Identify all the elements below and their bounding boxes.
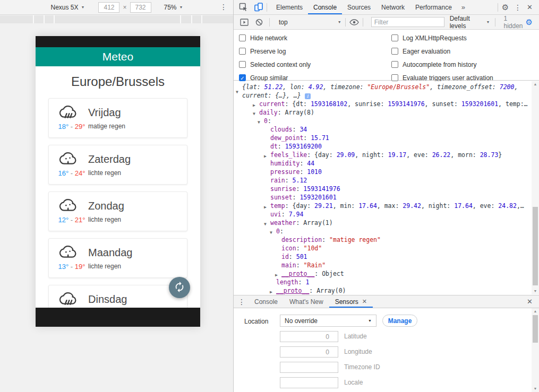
media-query-segment[interactable]	[55, 15, 180, 23]
console-settings-gear-icon[interactable]: ⚙	[526, 18, 533, 27]
media-query-segment[interactable]	[0, 15, 33, 23]
tab-sources[interactable]: Sources	[342, 1, 376, 14]
max-temperature: 24°	[75, 169, 85, 177]
console-log-row[interactable]: ▼0:	[234, 227, 532, 236]
execution-context-select[interactable]: top ▼	[279, 19, 341, 26]
console-setting-preserve-log[interactable]: Preserve log	[239, 45, 311, 58]
log-levels-select[interactable]: Default levels ▼	[450, 15, 490, 30]
forecast-card-zondag[interactable]: 12° - 21°Zondaglichte regen	[48, 191, 187, 231]
media-query-segment[interactable]	[192, 15, 201, 23]
console-log-row[interactable]: length: 1	[234, 278, 532, 286]
devtools-menu-icon[interactable]: ⋮	[514, 3, 521, 12]
console-log-row[interactable]: dew_point: 15.71	[234, 134, 532, 142]
device-select[interactable]: Nexus 5X ▼	[51, 4, 85, 11]
device-width-input[interactable]	[98, 2, 119, 13]
scrollbar-thumb[interactable]	[533, 207, 538, 285]
console-filter-input[interactable]	[371, 17, 444, 27]
log-token: 19.17	[388, 151, 407, 159]
console-log-row[interactable]: ▶temp: {day: 29.21, min: 17.64, max: 29.…	[234, 202, 532, 210]
console-log-row[interactable]: description: "matige regen"	[234, 236, 532, 244]
temperature-dash: -	[69, 123, 75, 130]
console-log-row[interactable]: clouds: 34	[234, 125, 532, 134]
forecast-card-zaterdag[interactable]: 16° - 24°Zaterdaglichte regen	[48, 145, 187, 185]
console-log-row[interactable]: main: "Rain"	[234, 261, 532, 269]
scrollbar-thumb[interactable]	[533, 315, 538, 343]
location-override-select[interactable]: No override ▼	[280, 315, 377, 327]
console-log-row[interactable]: ▼0:	[234, 117, 532, 125]
console-log-row[interactable]: ▶__proto__: Object	[234, 269, 532, 278]
console-log-row[interactable]: ▼{lat: 51.22, lon: 4.92, timezone: "Euro…	[234, 83, 532, 100]
console-log-row[interactable]: dt: 1593169200	[234, 142, 532, 151]
expander-icon[interactable]: ▼	[236, 88, 238, 97]
close-devtools-icon[interactable]: ✕	[527, 3, 533, 11]
more-tabs-button[interactable]: »	[461, 3, 465, 11]
console-log-row[interactable]: sunset: 1593201601	[234, 193, 532, 202]
media-query-bar[interactable]	[0, 15, 234, 23]
console-setting-selected-context-only[interactable]: Selected context only	[239, 58, 311, 71]
console-scrollbar[interactable]: ▲ ▼	[532, 81, 539, 294]
checkbox[interactable]	[239, 34, 246, 41]
scrollbar-down-icon[interactable]: ▼	[532, 288, 539, 294]
refresh-fab[interactable]	[169, 277, 190, 298]
toggle-device-toolbar-icon[interactable]	[254, 3, 263, 12]
console-log-row[interactable]: id: 501	[234, 252, 532, 261]
scrollbar-down-icon[interactable]: ▼	[532, 386, 539, 392]
log-token: 17.64	[454, 202, 473, 210]
tab-elements[interactable]: Elements	[271, 1, 308, 14]
tab-network[interactable]: Network	[376, 1, 410, 14]
tab-console[interactable]: Console	[308, 1, 342, 14]
clear-console-icon[interactable]	[255, 19, 263, 26]
media-query-segment[interactable]	[45, 15, 54, 23]
zoom-select[interactable]: 75% ▼	[164, 4, 183, 11]
sensors-scrollbar[interactable]: ▲ ▼	[532, 308, 539, 392]
expander-icon[interactable]: ▶	[270, 288, 272, 294]
scrollbar-up-icon[interactable]: ▲	[532, 308, 539, 315]
drawer-tab-what-s-new[interactable]: What's New	[284, 295, 329, 308]
tab-performance[interactable]: Performance	[410, 1, 457, 14]
checkbox[interactable]	[391, 34, 398, 41]
checkbox[interactable]: ✓	[239, 74, 246, 81]
console-log-row[interactable]: icon: "10d"	[234, 244, 532, 252]
tab-close-icon[interactable]: ✕	[362, 298, 367, 305]
scrollbar-up-icon[interactable]: ▲	[532, 81, 539, 88]
console-log-row[interactable]: pressure: 1010	[234, 168, 532, 176]
console-setting-log-xmlhttprequests[interactable]: Log XMLHttpRequests	[391, 31, 493, 45]
console-log-row[interactable]: ▼daily: Array(8)	[234, 108, 532, 117]
console-setting-autocomplete-from-history[interactable]: Autocomplete from history	[391, 58, 493, 71]
more-menu-icon[interactable]: ⋮	[220, 3, 227, 11]
console-setting-eager-evaluation[interactable]: Eager evaluation	[391, 45, 493, 58]
media-query-segment[interactable]	[181, 15, 191, 23]
console-sidebar-toggle-icon[interactable]	[240, 19, 249, 26]
checkbox[interactable]	[391, 74, 398, 81]
checkbox[interactable]	[239, 61, 246, 68]
forecast-card-vrijdag[interactable]: 18° - 29°Vrijdagmatige regen	[48, 98, 187, 138]
log-token: 26.22	[432, 151, 451, 159]
checkbox-label: Log XMLHttpRequests	[403, 34, 467, 42]
manage-button[interactable]: Manage	[382, 315, 417, 327]
console-log-row[interactable]: ▼weather: Array(1)	[234, 219, 532, 227]
checkbox[interactable]	[391, 61, 398, 68]
console-log-row[interactable]: rain: 5.12	[234, 176, 532, 185]
console-setting-hide-network[interactable]: Hide network	[239, 31, 311, 45]
settings-gear-icon[interactable]: ⚙	[502, 3, 509, 12]
checkbox[interactable]	[391, 48, 398, 55]
media-query-segment[interactable]	[34, 15, 44, 23]
console-log-row[interactable]: ▶current: {dt: 1593168102, sunrise: 1593…	[234, 100, 532, 108]
console-log-row[interactable]: ▶__proto__: Array(0)	[234, 286, 532, 294]
console-log-row[interactable]: humidity: 44	[234, 159, 532, 168]
inspect-element-icon[interactable]	[239, 3, 248, 12]
live-expression-eye-icon[interactable]	[349, 19, 359, 25]
console-log-row[interactable]: sunrise: 1593141976	[234, 185, 532, 193]
console-log-row[interactable]: uvi: 7.94	[234, 210, 532, 219]
log-levels-label: Default levels	[450, 15, 483, 30]
info-icon[interactable]: i	[305, 93, 311, 99]
device-height-input[interactable]	[130, 2, 151, 13]
console-log-row[interactable]: ▶feels_like: {day: 29.09, night: 19.17, …	[234, 151, 532, 159]
checkbox[interactable]	[239, 48, 246, 55]
drawer-menu-icon[interactable]: ⋮	[238, 298, 245, 306]
drawer-tab-sensors[interactable]: Sensors✕	[329, 295, 373, 308]
close-drawer-icon[interactable]: ✕	[527, 298, 533, 306]
media-query-segment[interactable]	[202, 15, 234, 23]
drawer-tab-console[interactable]: Console	[249, 295, 284, 308]
forecast-card-maandag[interactable]: 13° - 19°Maandaglichte regen	[48, 238, 187, 278]
